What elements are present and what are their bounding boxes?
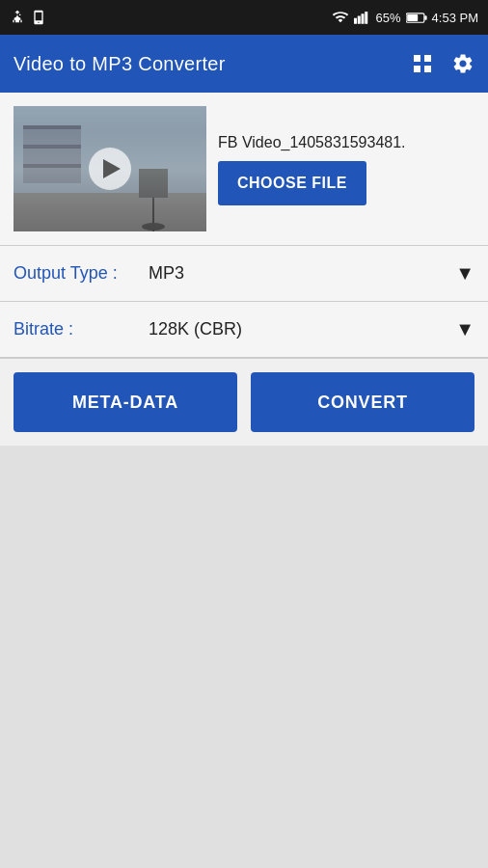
bitrate-label: Bitrate :: [14, 319, 149, 339]
svg-rect-9: [23, 125, 81, 183]
output-type-row: Output Type : MP3 ▼: [0, 246, 488, 302]
svg-rect-12: [23, 164, 81, 168]
file-info: FB Video_1405831593481. CHOOSE FILE: [218, 132, 474, 205]
battery-level: 65%: [376, 11, 401, 25]
svg-rect-0: [354, 18, 357, 24]
output-type-value: MP3: [149, 263, 184, 284]
bottom-area: [0, 446, 488, 868]
choose-file-button[interactable]: CHOOSE FILE: [218, 161, 366, 205]
file-name: FB Video_1405831593481.: [218, 132, 474, 153]
file-section: FB Video_1405831593481. CHOOSE FILE: [0, 93, 488, 246]
app-title: Video to MP3 Converter: [14, 53, 226, 75]
settings-button[interactable]: [451, 52, 474, 75]
status-left-icons: [10, 10, 46, 25]
svg-rect-3: [365, 12, 367, 24]
output-type-dropdown[interactable]: MP3 ▼: [149, 262, 474, 285]
usb-icon: [10, 10, 25, 25]
settings-section: Output Type : MP3 ▼ Bitrate : 128K (CBR)…: [0, 246, 488, 358]
play-button[interactable]: [89, 148, 131, 190]
status-right-icons: 65% 4:53 PM: [332, 11, 478, 25]
svg-rect-7: [14, 193, 206, 231]
convert-button[interactable]: CONVERT: [251, 372, 474, 432]
play-icon: [103, 159, 121, 178]
action-buttons: META-DATA CONVERT: [0, 358, 488, 446]
svg-rect-5: [424, 15, 426, 20]
video-thumbnail: [14, 106, 206, 231]
svg-rect-10: [23, 125, 81, 129]
svg-point-15: [142, 223, 165, 231]
app-bar-actions: [411, 52, 474, 75]
status-bar: 65% 4:53 PM: [0, 0, 488, 35]
svg-rect-1: [357, 16, 360, 24]
svg-rect-13: [139, 169, 168, 198]
output-type-arrow: ▼: [455, 262, 474, 285]
battery-icon: [406, 12, 427, 24]
meta-data-button[interactable]: META-DATA: [14, 372, 237, 432]
grid-view-button[interactable]: [411, 52, 434, 75]
bitrate-value: 128K (CBR): [149, 319, 242, 339]
bitrate-arrow: ▼: [455, 318, 474, 340]
svg-rect-11: [23, 145, 81, 149]
svg-rect-6: [407, 14, 418, 20]
svg-rect-2: [361, 14, 364, 24]
signal-icon: [354, 11, 371, 24]
wifi-icon: [332, 11, 349, 24]
time-display: 4:53 PM: [432, 11, 478, 25]
bitrate-row: Bitrate : 128K (CBR) ▼: [0, 302, 488, 358]
app-bar: Video to MP3 Converter: [0, 35, 488, 93]
phone-status-icon: [31, 10, 46, 25]
bitrate-dropdown[interactable]: 128K (CBR) ▼: [149, 318, 474, 340]
output-type-label: Output Type :: [14, 263, 149, 284]
